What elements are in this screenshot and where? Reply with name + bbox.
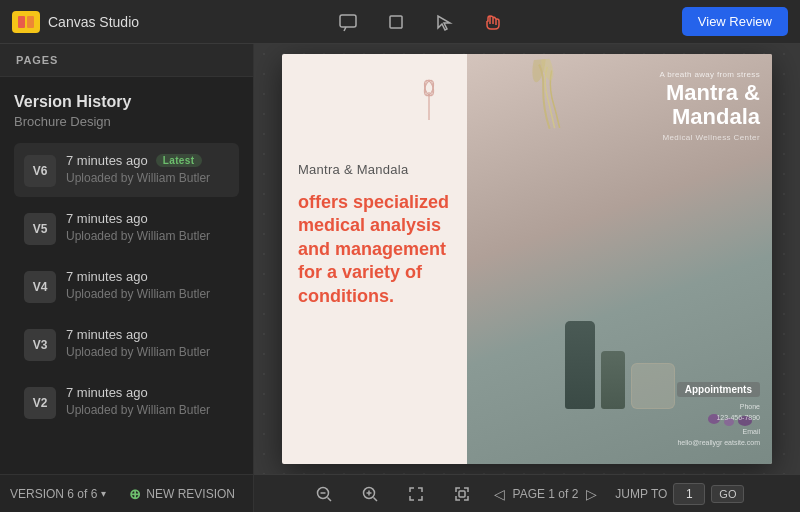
logo: Canvas Studio bbox=[12, 11, 139, 33]
version-uploader-v3: Uploaded by William Butler bbox=[66, 345, 229, 359]
version-badge-v3: V3 bbox=[24, 329, 56, 361]
bottom-toolbar: ◁ PAGE 1 of 2 ▷ JUMP TO GO bbox=[254, 474, 800, 512]
jump-to-label: JUMP TO bbox=[615, 487, 667, 501]
version-item-v5[interactable]: V5 7 minutes ago Uploaded by William But… bbox=[14, 201, 239, 255]
version-info-v2: 7 minutes ago Uploaded by William Butler bbox=[66, 385, 229, 417]
plus-icon: ⊕ bbox=[129, 486, 141, 502]
topbar: Canvas Studio View Review bbox=[0, 0, 800, 44]
crop-icon[interactable] bbox=[384, 10, 408, 34]
zoom-out-icon[interactable] bbox=[310, 480, 338, 508]
go-button[interactable]: GO bbox=[711, 485, 744, 503]
version-time-v5: 7 minutes ago bbox=[66, 211, 148, 226]
fit-width-icon[interactable] bbox=[402, 480, 430, 508]
page-nav: ◁ PAGE 1 of 2 ▷ bbox=[494, 486, 598, 502]
comment-icon[interactable] bbox=[336, 10, 360, 34]
appointments-phone: Phone 123-456-7890 bbox=[677, 402, 760, 423]
brochure-brand-name: Mantra & Mandala bbox=[298, 162, 451, 177]
flower-decoration bbox=[415, 72, 443, 124]
pages-header: PAGES bbox=[0, 44, 253, 77]
grass-decoration bbox=[519, 57, 576, 139]
version-time-row-v3: 7 minutes ago bbox=[66, 327, 229, 342]
version-selector[interactable]: VERSION 6 of 6 ▾ bbox=[10, 487, 106, 501]
version-info-v4: 7 minutes ago Uploaded by William Butler bbox=[66, 269, 229, 301]
svg-rect-0 bbox=[18, 16, 25, 28]
chevron-down-icon: ▾ bbox=[101, 488, 106, 499]
phone-label: Phone bbox=[740, 403, 760, 410]
phone-value: 123-456-7890 bbox=[716, 414, 760, 421]
email-value: hello@reallygr eatsite.com bbox=[677, 439, 760, 446]
zoom-in-icon[interactable] bbox=[356, 480, 384, 508]
latest-badge: Latest bbox=[156, 154, 202, 167]
version-time-row-v2: 7 minutes ago bbox=[66, 385, 229, 400]
next-page-button[interactable]: ▷ bbox=[586, 486, 597, 502]
vase-tall bbox=[565, 321, 595, 409]
appointments-box: Appointments Phone 123-456-7890 Email he… bbox=[677, 379, 760, 448]
appointments-email: Email hello@reallygr eatsite.com bbox=[677, 427, 760, 448]
jump-to-input[interactable] bbox=[673, 483, 705, 505]
svg-rect-3 bbox=[390, 16, 402, 28]
canvas-wrapper: Mantra & Mandala offers specialized medi… bbox=[282, 54, 772, 464]
brochure-photo: A breath away from stress Mantra &Mandal… bbox=[467, 54, 772, 464]
history-title: Version History bbox=[14, 93, 239, 111]
vase-medium bbox=[601, 351, 625, 409]
version-time-row-v4: 7 minutes ago bbox=[66, 269, 229, 284]
version-info-v6: 7 minutes ago Latest Uploaded by William… bbox=[66, 153, 229, 185]
svg-rect-2 bbox=[340, 15, 356, 27]
brochure-sub-title: Medical Wellness Center bbox=[660, 133, 760, 142]
sidebar: PAGES Version History Brochure Design V6… bbox=[0, 44, 254, 512]
appointments-label: Appointments bbox=[677, 382, 760, 397]
brochure-right-text: A breath away from stress Mantra &Mandal… bbox=[660, 70, 760, 142]
fit-page-icon[interactable] bbox=[448, 480, 476, 508]
version-info-v3: 7 minutes ago Uploaded by William Butler bbox=[66, 327, 229, 359]
version-time-v6: 7 minutes ago bbox=[66, 153, 148, 168]
svg-rect-17 bbox=[459, 491, 465, 497]
version-time-v3: 7 minutes ago bbox=[66, 327, 148, 342]
canvas-area: Mantra & Mandala offers specialized medi… bbox=[254, 44, 800, 512]
brochure-left-panel: Mantra & Mandala offers specialized medi… bbox=[282, 54, 467, 464]
version-time-row-v5: 7 minutes ago bbox=[66, 211, 229, 226]
svg-line-12 bbox=[327, 497, 331, 501]
version-uploader-v4: Uploaded by William Butler bbox=[66, 287, 229, 301]
brochure-tagline: offers specialized medical analysis and … bbox=[298, 191, 451, 308]
prev-page-button[interactable]: ◁ bbox=[494, 486, 505, 502]
app-name: Canvas Studio bbox=[48, 14, 139, 30]
hand-icon[interactable] bbox=[480, 10, 504, 34]
version-uploader-v5: Uploaded by William Butler bbox=[66, 229, 229, 243]
toolbar-icons bbox=[159, 10, 682, 34]
version-item-v2[interactable]: V2 7 minutes ago Uploaded by William But… bbox=[14, 375, 239, 429]
version-item-v3[interactable]: V3 7 minutes ago Uploaded by William But… bbox=[14, 317, 239, 371]
version-badge-v2: V2 bbox=[24, 387, 56, 419]
main-content: PAGES Version History Brochure Design V6… bbox=[0, 44, 800, 512]
new-revision-label: NEW REVISION bbox=[146, 487, 235, 501]
version-item-v4[interactable]: V4 7 minutes ago Uploaded by William But… bbox=[14, 259, 239, 313]
version-uploader-v6: Uploaded by William Butler bbox=[66, 171, 229, 185]
select-icon[interactable] bbox=[432, 10, 456, 34]
version-info-v5: 7 minutes ago Uploaded by William Butler bbox=[66, 211, 229, 243]
sidebar-bottom-bar: VERSION 6 of 6 ▾ ⊕ NEW REVISION bbox=[0, 474, 253, 512]
history-subtitle: Brochure Design bbox=[14, 114, 239, 129]
vase-jar bbox=[631, 363, 675, 409]
version-badge-v5: V5 bbox=[24, 213, 56, 245]
vase-group bbox=[565, 321, 675, 409]
version-time-v4: 7 minutes ago bbox=[66, 269, 148, 284]
brochure-canvas: Mantra & Mandala offers specialized medi… bbox=[282, 54, 772, 464]
version-uploader-v2: Uploaded by William Butler bbox=[66, 403, 229, 417]
jump-to: JUMP TO GO bbox=[615, 483, 744, 505]
version-history-panel: Version History Brochure Design V6 7 min… bbox=[0, 77, 253, 474]
version-badge-v4: V4 bbox=[24, 271, 56, 303]
brochure-right-panel: A breath away from stress Mantra &Mandal… bbox=[467, 54, 772, 464]
version-item-v6[interactable]: V6 7 minutes ago Latest Uploaded by Will… bbox=[14, 143, 239, 197]
version-selector-text: VERSION 6 of 6 bbox=[10, 487, 97, 501]
page-label: PAGE 1 of 2 bbox=[513, 487, 579, 501]
logo-icon bbox=[12, 11, 40, 33]
view-review-button[interactable]: View Review bbox=[682, 7, 788, 36]
svg-line-16 bbox=[373, 497, 377, 501]
svg-rect-1 bbox=[27, 16, 34, 28]
version-time-row-v6: 7 minutes ago Latest bbox=[66, 153, 229, 168]
brochure-main-title: Mantra &Mandala bbox=[660, 81, 760, 129]
version-badge-v6: V6 bbox=[24, 155, 56, 187]
breathe-text: A breath away from stress bbox=[660, 70, 760, 79]
version-time-v2: 7 minutes ago bbox=[66, 385, 148, 400]
email-label: Email bbox=[742, 428, 760, 435]
new-revision-button[interactable]: ⊕ NEW REVISION bbox=[121, 483, 243, 505]
